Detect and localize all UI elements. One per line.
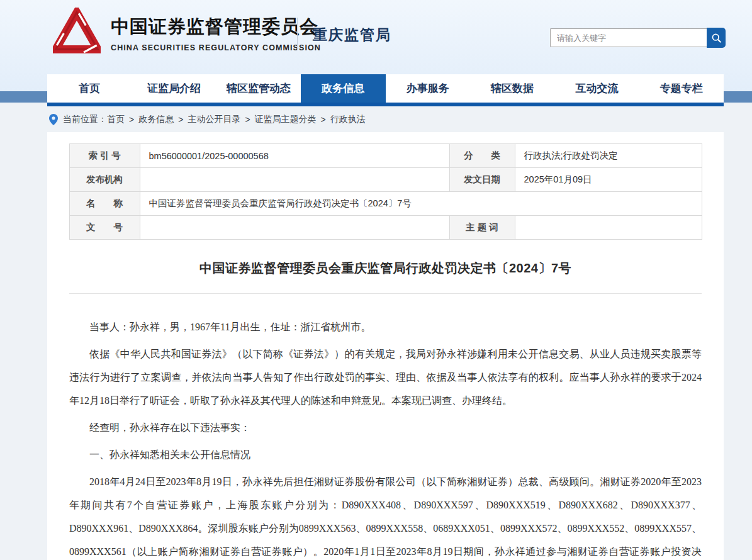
search-input[interactable] (550, 28, 707, 47)
table-row: 索 引 号 bm56000001/2025-00000568 分 类 行政执法;… (69, 144, 702, 168)
meta-label-agency: 发布机构 (69, 168, 140, 192)
nav-item-special-topics[interactable]: 专题专栏 (639, 74, 724, 103)
meta-label-index: 索 引 号 (69, 144, 140, 168)
meta-value-docno (140, 216, 449, 240)
nav-item-bureau-intro[interactable]: 证监局介绍 (132, 74, 216, 103)
meta-value-category: 行政执法;行政处罚决定 (515, 144, 702, 168)
bureau-name: 重庆监管局 (313, 25, 391, 45)
paragraph-facts-detail: 2018年4月24日至2023年8月19日，孙永祥先后担任湘财证券股份有限公司（… (69, 470, 702, 560)
meta-label-keywords: 主 题 词 (449, 216, 515, 240)
paragraph-case-basis: 依据《中华人民共和国证券法》（以下简称《证券法》）的有关规定，我局对孙永祥涉嫌利… (69, 342, 702, 412)
search-button[interactable] (707, 28, 726, 48)
paragraph-party-info: 当事人：孙永祥，男，1967年11月出生，住址：浙江省杭州市。 (69, 315, 702, 339)
topbar-cutoff-fragment (665, 0, 690, 3)
csrc-emblem-icon (53, 8, 101, 59)
meta-value-index: bm56000001/2025-00000568 (140, 144, 449, 168)
meta-label-docno: 文 号 (69, 216, 140, 240)
search-icon (711, 33, 722, 43)
breadcrumb-topic-category[interactable]: 证监局主题分类 (255, 114, 317, 125)
page: 中国证券监督管理委员会 CHINA SECURITIES REGULATORY … (0, 0, 752, 560)
breadcrumb-law-enforcement[interactable]: 行政执法 (330, 114, 366, 125)
meta-value-date: 2025年01月09日 (515, 168, 702, 192)
breadcrumb-government-info[interactable]: 政务信息 (138, 114, 174, 125)
site-title-block: 中国证券监督管理委员会 CHINA SECURITIES REGULATORY … (111, 8, 321, 52)
site-title-cn: 中国证券监督管理委员会 (111, 14, 321, 40)
nav-item-government-info[interactable]: 政务信息 (301, 74, 385, 103)
meta-label-date: 发文日期 (449, 168, 515, 192)
breadcrumb-separator: > (129, 115, 134, 125)
document-title: 中国证券监督管理委员会重庆监管局行政处罚决定书〔2024〕7号 (47, 260, 724, 277)
meta-label-category: 分 类 (449, 144, 515, 168)
site-title-en: CHINA SECURITIES REGULATORY COMMISSION (111, 43, 321, 52)
breadcrumb-separator: > (321, 115, 326, 125)
meta-label-name: 名 称 (69, 192, 140, 216)
breadcrumb-home[interactable]: 首页 (107, 114, 125, 125)
breadcrumb-separator: > (178, 115, 183, 125)
document-body: 当事人：孙永祥，男，1967年11月出生，住址：浙江省杭州市。 依据《中华人民共… (69, 315, 702, 560)
nav-item-regional-data[interactable]: 辖区数据 (470, 74, 554, 103)
document-meta-table: 索 引 号 bm56000001/2025-00000568 分 类 行政执法;… (69, 143, 702, 240)
meta-value-agency (140, 168, 449, 192)
breadcrumb-separator: > (245, 115, 250, 125)
breadcrumb-open-directory[interactable]: 主动公开目录 (188, 114, 240, 125)
nav-item-interaction[interactable]: 互动交流 (554, 74, 639, 103)
meta-value-keywords (515, 216, 702, 240)
header-divider (297, 18, 298, 50)
meta-value-name: 中国证券监督管理委员会重庆监管局行政处罚决定书〔2024〕7号 (140, 192, 702, 216)
breadcrumb: 当前位置： 首页 > 政务信息 > 主动公开目录 > 证监局主题分类 > 行政执… (0, 106, 752, 132)
nav-item-regional-supervision[interactable]: 辖区监管动态 (216, 74, 301, 103)
table-row: 文 号 主 题 词 (69, 216, 702, 240)
nav-item-services[interactable]: 办事服务 (386, 74, 470, 103)
nav-underline (47, 103, 724, 106)
table-row: 名 称 中国证券监督管理委员会重庆监管局行政处罚决定书〔2024〕7号 (69, 192, 702, 216)
paragraph-findings-intro: 经查明，孙永祥存在以下违法事实： (69, 416, 702, 439)
content-card: 索 引 号 bm56000001/2025-00000568 分 类 行政执法;… (47, 132, 724, 560)
paragraph-section-heading: 一、孙永祥知悉相关未公开信息情况 (69, 443, 702, 466)
title-divider (69, 293, 702, 294)
search-box (550, 28, 726, 48)
main-nav: 首页 证监局介绍 辖区监管动态 政务信息 办事服务 辖区数据 互动交流 专题专栏 (47, 74, 724, 103)
nav-item-home[interactable]: 首页 (47, 74, 132, 103)
location-pin-icon (49, 114, 58, 125)
breadcrumb-prefix: 当前位置： (63, 114, 107, 125)
site-logo[interactable]: 中国证券监督管理委员会 CHINA SECURITIES REGULATORY … (53, 8, 321, 59)
table-row: 发布机构 发文日期 2025年01月09日 (69, 168, 702, 192)
